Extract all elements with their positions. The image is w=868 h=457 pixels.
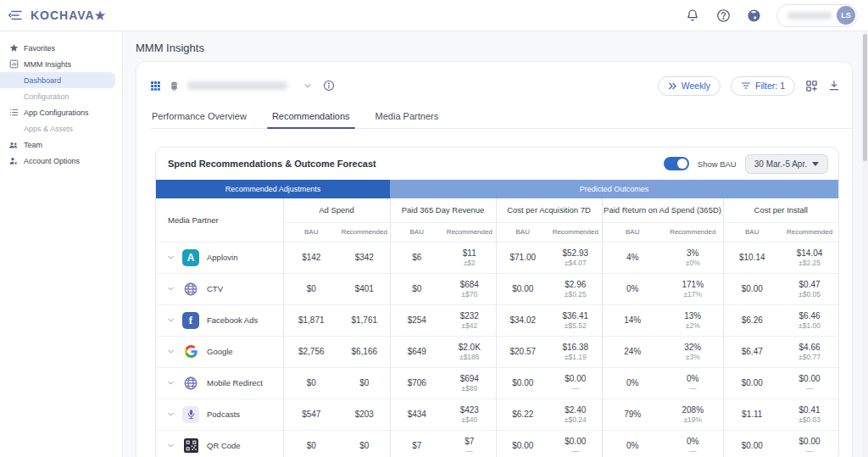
ad-spend-bau: $1,871	[283, 304, 339, 336]
show-bau-toggle[interactable]	[664, 157, 689, 170]
scrollbar-track[interactable]	[862, 31, 868, 457]
team-icon	[8, 140, 19, 150]
tab-bar: Performance Overview Recommendations Med…	[150, 106, 852, 129]
table-body: A Applovin $142 $342 $6 $11±$2 $71.00 $5…	[156, 242, 838, 457]
recommendations-table: Recommended Adjustments Predicted Outcom…	[156, 180, 838, 457]
sidebar-item-label: App Configurations	[24, 109, 89, 117]
col-group-roas: Paid Return on Ad Spend (365D)	[602, 198, 723, 222]
revenue-recommended: $11±$2	[443, 242, 496, 273]
sidebar-item-dashboard[interactable]: Dashboard	[0, 72, 115, 88]
sidebar-item-team[interactable]: Team	[0, 137, 122, 153]
sidebar-item-label: Account Options	[24, 157, 80, 165]
expand-row-chevron-icon[interactable]	[167, 316, 175, 324]
cpi-bau: $0.00	[723, 273, 781, 304]
widgets-add-icon[interactable]	[805, 80, 818, 92]
partner-name: Mobile Redirect	[207, 378, 263, 387]
sub-header-recommended: Recommended	[781, 222, 838, 242]
facebook-icon: f	[182, 312, 199, 329]
table-row[interactable]: Podcasts $547 $203 $434 $423±$40 $6.22 $…	[156, 398, 838, 430]
sub-header-recommended: Recommended	[549, 222, 602, 242]
cpa-recommended: $16.38±$1.19	[549, 336, 602, 367]
download-icon[interactable]	[828, 80, 840, 92]
sidebar-item-apps-assets[interactable]: Apps & Assets	[0, 120, 122, 137]
tab-performance-overview[interactable]: Performance Overview	[150, 106, 248, 128]
table-row[interactable]: CTV $0 $401 $0 $684±$70 $0.00 $2.96±$0.2…	[156, 273, 838, 304]
roas-bau: 0%	[602, 430, 663, 457]
ad-spend-recommended: $342	[339, 242, 390, 273]
sidebar-item-configuration[interactable]: Configuration	[0, 88, 122, 104]
widget-title: Spend Recommendations & Outcome Forecast	[168, 159, 376, 169]
filter-icon	[741, 81, 751, 91]
sidebar-collapse-icon[interactable]	[8, 9, 22, 21]
language-globe-icon[interactable]	[746, 8, 761, 23]
sidebar-item-app-configurations[interactable]: App Configurations	[0, 104, 122, 120]
roas-bau: 24%	[602, 336, 663, 367]
table-row[interactable]: f Facebook Ads $1,871 $1,761 $254 $232±$…	[156, 304, 838, 336]
expand-row-chevron-icon[interactable]	[167, 379, 175, 387]
notifications-bell-icon[interactable]	[685, 8, 700, 23]
cpi-bau: $1.11	[723, 398, 781, 430]
roas-bau: 79%	[602, 398, 663, 430]
cpi-bau: $0.00	[723, 430, 781, 457]
globe-icon	[182, 281, 199, 298]
google-icon	[182, 343, 199, 360]
tab-recommendations[interactable]: Recommendations	[270, 106, 352, 128]
ad-spend-recommended: $6,166	[339, 336, 390, 367]
sidebar-item-favorites[interactable]: Favorites	[0, 40, 122, 56]
expand-row-chevron-icon[interactable]	[167, 410, 175, 418]
revenue-bau: $706	[390, 367, 443, 398]
ad-spend-recommended: $401	[339, 273, 390, 304]
sidebar-item-mmm-insights[interactable]: MMM Insights	[0, 56, 122, 72]
qr-icon	[182, 437, 199, 454]
partner-name: Facebook Ads	[207, 315, 258, 325]
table-row[interactable]: A Applovin $142 $342 $6 $11±$2 $71.00 $5…	[156, 242, 838, 273]
tab-media-partners[interactable]: Media Partners	[374, 106, 441, 128]
ad-spend-bau: $0	[283, 430, 339, 457]
chevron-down-icon	[812, 162, 819, 166]
avatar[interactable]: LS	[837, 6, 855, 25]
sidebar-item-label: Favorites	[24, 44, 55, 53]
show-bau-label: Show BAU	[698, 159, 737, 169]
info-icon[interactable]	[323, 80, 335, 92]
roas-recommended: 32%±3%	[663, 336, 723, 367]
kochava-logo[interactable]: KOCHAVA★	[31, 8, 106, 22]
scrollbar-thumb[interactable]	[863, 34, 867, 161]
apps-grid-icon[interactable]	[150, 81, 161, 92]
revenue-recommended: $232±$42	[443, 304, 496, 336]
revenue-recommended: $2.0K±$186	[443, 336, 496, 367]
cpi-bau: $10.14	[723, 242, 781, 273]
table-row[interactable]: QR Code $0 $0 $7 $7— $0.00 $0.00— 0% 0%—…	[156, 430, 838, 457]
revenue-recommended: $7—	[443, 430, 496, 457]
expand-row-chevron-icon[interactable]	[167, 348, 175, 355]
expand-row-chevron-icon[interactable]	[167, 254, 175, 261]
app-selector-chevron-down-icon[interactable]	[303, 81, 312, 90]
cpa-bau: $34.02	[496, 304, 549, 336]
expand-row-chevron-icon[interactable]	[167, 442, 175, 449]
cpa-bau: $0.00	[496, 367, 549, 398]
podcasts-icon	[182, 406, 199, 423]
sidebar-item-account-options[interactable]: Account Options	[0, 153, 122, 169]
top-bar: KOCHAVA★ LS	[0, 0, 868, 31]
sub-header-bau: BAU	[496, 222, 549, 242]
table-row[interactable]: Google $2,756 $6,166 $649 $2.0K±$186 $20…	[156, 336, 838, 367]
sidebar-item-label: Configuration	[24, 92, 70, 101]
app-name-redacted[interactable]	[187, 81, 287, 90]
account-menu[interactable]: LS	[776, 4, 858, 27]
filter-button[interactable]: Filter: 1	[731, 76, 795, 96]
ad-spend-recommended: $0	[339, 367, 390, 398]
ad-spend-recommended: $0	[339, 430, 390, 457]
revenue-bau: $7	[390, 430, 443, 457]
expand-row-chevron-icon[interactable]	[167, 285, 175, 293]
ad-spend-bau: $2,756	[283, 336, 339, 367]
partner-name: QR Code	[207, 441, 241, 450]
cpa-bau: $0.00	[496, 430, 549, 457]
main-content: MMM Insights	[123, 31, 868, 457]
help-icon[interactable]	[715, 8, 731, 23]
revenue-bau: $434	[390, 398, 443, 430]
date-range-value: 30 Mar.-5 Apr.	[754, 159, 807, 169]
revenue-bau: $254	[390, 304, 443, 336]
table-row[interactable]: Mobile Redirect $0 $0 $706 $694±$89 $0.0…	[156, 367, 838, 398]
date-range-dropdown[interactable]: 30 Mar.-5 Apr.	[745, 154, 828, 174]
weekly-button[interactable]: Weekly	[658, 76, 721, 96]
globe-icon	[182, 375, 199, 392]
